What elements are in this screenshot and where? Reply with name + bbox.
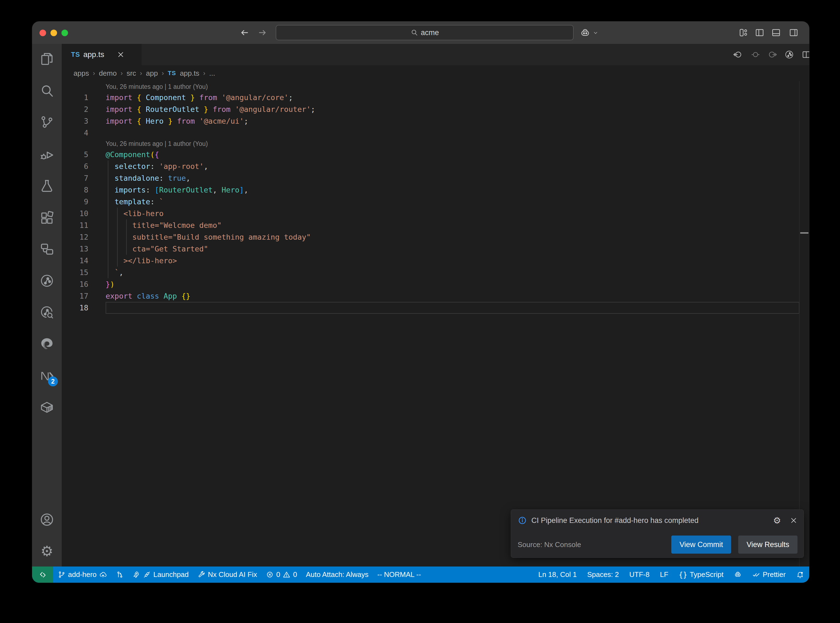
code-text: standalone: true, bbox=[106, 172, 190, 184]
chevron-down-icon[interactable] bbox=[593, 30, 598, 36]
line-number: 4 bbox=[62, 127, 88, 139]
copilot-icon bbox=[734, 571, 742, 578]
code-text: selector: 'app-root', bbox=[106, 160, 208, 172]
auto-attach-item[interactable]: Auto Attach: Always bbox=[301, 566, 373, 583]
current-change-icon[interactable] bbox=[751, 50, 760, 60]
compare-changes-item[interactable] bbox=[111, 566, 128, 583]
breadcrumb-separator: › bbox=[120, 69, 123, 77]
activity-item-remote-explorer[interactable] bbox=[39, 241, 55, 257]
code-line-1[interactable]: 1import { Component } from '@angular/cor… bbox=[62, 92, 809, 103]
notification-toast: CI Pipeline Execution for #add-hero has … bbox=[511, 509, 804, 558]
code-line-12[interactable]: 12 subtitle="Build something amazing tod… bbox=[62, 231, 809, 243]
eol-item[interactable]: LF bbox=[655, 566, 674, 583]
cursor-position-item[interactable]: Ln 18, Col 1 bbox=[533, 566, 582, 583]
status-bar: add-hero Launchpad Nx Cloud AI Fix 0 0 A… bbox=[32, 566, 809, 583]
notification-close-icon[interactable] bbox=[790, 517, 797, 524]
close-window-button[interactable] bbox=[40, 30, 46, 36]
problems-item[interactable]: 0 0 bbox=[261, 566, 301, 583]
git-branch-icon bbox=[58, 571, 66, 578]
activity-item-source-control[interactable] bbox=[39, 114, 55, 130]
code-line-6[interactable]: 6 selector: 'app-root', bbox=[62, 160, 809, 172]
copilot-status-item[interactable] bbox=[729, 566, 747, 583]
activity-item-testing[interactable] bbox=[39, 178, 55, 193]
indentation-item[interactable]: Spaces: 2 bbox=[582, 566, 624, 583]
nx-graph-icon[interactable] bbox=[784, 50, 794, 60]
activity-item-graph-circle[interactable] bbox=[39, 273, 55, 288]
line-number: 18 bbox=[62, 302, 88, 314]
window-controls bbox=[40, 30, 68, 36]
activity-item-graph-search[interactable] bbox=[39, 305, 55, 320]
activity-item-search[interactable] bbox=[39, 83, 55, 99]
codelens-row[interactable]: You, 26 minutes ago | 1 author (You) bbox=[62, 82, 809, 92]
line-number: 11 bbox=[62, 219, 88, 231]
encoding-item[interactable]: UTF-8 bbox=[624, 566, 655, 583]
toggle-secondary-sidebar-icon[interactable] bbox=[789, 28, 799, 38]
breadcrumb-app[interactable]: app bbox=[146, 69, 158, 78]
activity-item-extensions[interactable] bbox=[39, 210, 55, 225]
breadcrumb-src[interactable]: src bbox=[126, 69, 136, 78]
activity-item-nx-console[interactable]: 2 bbox=[39, 368, 55, 384]
nx-cloud-ai-fix-item[interactable]: Nx Cloud AI Fix bbox=[193, 566, 261, 583]
activity-item-explorer[interactable] bbox=[39, 51, 55, 67]
code-line-11[interactable]: 11 title="Welcmoe demo" bbox=[62, 219, 809, 231]
language-mode-item[interactable]: {} TypeScript bbox=[674, 566, 729, 583]
info-icon bbox=[518, 516, 527, 525]
navigate-back-icon[interactable] bbox=[240, 28, 249, 37]
launchpad-item[interactable]: Launchpad bbox=[128, 566, 193, 583]
view-commit-button[interactable]: View Commit bbox=[671, 536, 731, 554]
customize-layout-icon[interactable] bbox=[738, 28, 748, 38]
split-editor-icon[interactable] bbox=[801, 50, 809, 60]
minimize-window-button[interactable] bbox=[51, 30, 57, 36]
toggle-panel-icon[interactable] bbox=[771, 28, 781, 38]
code-line-5[interactable]: 5@Component({ bbox=[62, 149, 809, 160]
testing-icon bbox=[39, 178, 55, 193]
tab-app-ts[interactable]: TS app.ts bbox=[62, 44, 141, 65]
source-control-icon bbox=[39, 114, 55, 130]
toggle-primary-sidebar-icon[interactable] bbox=[755, 28, 765, 38]
remote-indicator[interactable] bbox=[32, 566, 53, 583]
search-icon bbox=[39, 83, 55, 99]
notification-settings-icon[interactable]: ⚙ bbox=[773, 515, 781, 526]
copilot-icon[interactable] bbox=[580, 28, 591, 38]
code-line-13[interactable]: 13 cta="Get Started" bbox=[62, 243, 809, 255]
line-number: 15 bbox=[62, 267, 88, 278]
next-change-icon[interactable] bbox=[768, 50, 777, 60]
codelens-row[interactable]: You, 26 minutes ago | 1 author (You) bbox=[62, 139, 809, 149]
code-line-16[interactable]: 16}) bbox=[62, 278, 809, 290]
code-line-7[interactable]: 7 standalone: true, bbox=[62, 172, 809, 184]
zoom-window-button[interactable] bbox=[61, 30, 68, 36]
previous-change-icon[interactable] bbox=[733, 50, 743, 60]
code-line-15[interactable]: 15 `, bbox=[62, 267, 809, 278]
breadcrumb-demo[interactable]: demo bbox=[99, 69, 117, 78]
explorer-icon bbox=[39, 51, 55, 67]
navigate-forward-icon[interactable] bbox=[258, 28, 267, 37]
code-text: export class App {} bbox=[106, 290, 190, 302]
run-debug-icon bbox=[39, 147, 55, 162]
command-center-search[interactable]: acme bbox=[276, 25, 574, 40]
code-text: }) bbox=[106, 278, 115, 290]
activity-item-account[interactable] bbox=[39, 512, 55, 527]
notifications-item[interactable] bbox=[791, 566, 809, 583]
activity-item-edge-tools[interactable] bbox=[39, 336, 55, 351]
code-line-4[interactable]: 4 bbox=[62, 127, 809, 139]
activity-item-run-debug[interactable] bbox=[39, 147, 55, 162]
view-results-button[interactable]: View Results bbox=[738, 536, 797, 554]
code-line-8[interactable]: 8 imports: [RouterOutlet, Hero], bbox=[62, 184, 809, 196]
vim-mode-item[interactable]: -- NORMAL -- bbox=[373, 566, 425, 583]
breadcrumb-file[interactable]: app.ts bbox=[180, 69, 200, 78]
code-line-3[interactable]: 3import { Hero } from '@acme/ui'; bbox=[62, 115, 809, 127]
git-branch-item[interactable]: add-hero bbox=[53, 566, 111, 583]
code-line-9[interactable]: 9 template: ` bbox=[62, 196, 809, 207]
code-line-14[interactable]: 14 ></lib-hero> bbox=[62, 255, 809, 267]
code-line-2[interactable]: 2import { RouterOutlet } from '@angular/… bbox=[62, 103, 809, 115]
breadcrumb-apps[interactable]: apps bbox=[74, 69, 89, 78]
close-tab-icon[interactable] bbox=[117, 51, 124, 58]
activity-item-container-tools[interactable] bbox=[39, 399, 55, 415]
code-line-10[interactable]: 10 <lib-hero bbox=[62, 207, 809, 219]
breadcrumb-symbol-tail[interactable]: ... bbox=[209, 69, 215, 78]
editor[interactable]: You, 26 minutes ago | 1 author (You)1imp… bbox=[62, 81, 809, 566]
activity-item-settings[interactable]: ⚙ bbox=[39, 543, 55, 559]
line-number: 8 bbox=[62, 184, 88, 196]
code-line-17[interactable]: 17export class App {} bbox=[62, 290, 809, 302]
formatter-item[interactable]: Prettier bbox=[747, 566, 791, 583]
